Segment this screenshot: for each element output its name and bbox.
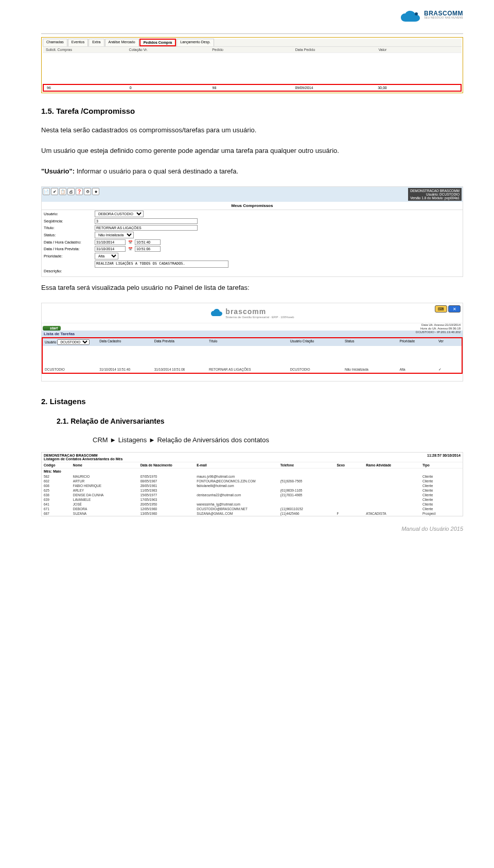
lbl-desc: Descrição: (44, 269, 93, 273)
tab-chamadas[interactable]: Chamadas (43, 39, 67, 46)
cell: 17/05/1963 (140, 498, 195, 501)
col-header: Tipo (422, 463, 461, 467)
list-header-left: DEMONSTRACAO BRASCOMM Listagem de Contat… (44, 454, 122, 461)
cell: 12/05/1980 (140, 507, 195, 511)
meta-last-date: Data Ult. Acesso:21/10/2014 (416, 323, 461, 327)
toolbar-btn-2[interactable]: ✔ (51, 188, 58, 195)
col-header: Telefone (280, 463, 335, 467)
crm-breadcrumb: CRM ► Listagens ► Relação de Aniversário… (93, 435, 463, 446)
svg-point-0 (415, 12, 418, 15)
cell (337, 484, 364, 488)
logo-tagline: SEU NEGÓCIO NAS NUVENS (424, 16, 463, 19)
cell: FABIO HENRIQUE (73, 484, 138, 488)
cell: 602 (44, 479, 71, 483)
cell: DENISE DA CUNHA (73, 493, 138, 497)
meta-last-time: Hora do Ult. Acesso:09:36:18 (416, 327, 461, 331)
cell: F (337, 512, 364, 515)
col-header: Código (44, 463, 71, 467)
list-row: 625ARLEY11/05/1983(61)9839-1165Cliente (42, 488, 463, 493)
panel-list-title: Lista de Tarefas (42, 331, 463, 337)
cell: ✓ (438, 368, 460, 372)
col-header: Nome (73, 463, 138, 467)
section-1-5-para1: Nesta tela serão cadastrados os compromi… (41, 125, 463, 136)
meta-ip: DCUSTODIO - IP:201.13.40.202 (416, 331, 461, 334)
list-timestamp: 11:28:57 30/10/2014 (427, 454, 461, 461)
tab-lan-amento-desp-[interactable]: Lançamento Desp. (177, 39, 214, 46)
inp-cad-date[interactable] (95, 239, 126, 245)
task-list-header: Usuário DCUSTODIOData CadastroData Previ… (43, 338, 462, 346)
lbl-cad: Data / Hora Cadastro: (44, 240, 93, 245)
toolbar-btn-4[interactable]: 🖨 (67, 188, 75, 195)
inp-prev-date[interactable] (95, 246, 126, 252)
calendar-icon[interactable]: 📅 (128, 247, 133, 252)
list-row: 671DEBORA12/05/1980DCUSTODIO@BRASCOMM.NE… (42, 507, 463, 511)
tab-pedidos-compra[interactable]: Pedidos Compra (139, 39, 177, 46)
section-2-title: 2. Listagens (41, 397, 463, 406)
list-row: 641JOSÉ20/05/1950wanessinha_lg@hotmail.c… (42, 502, 463, 507)
tab-extra[interactable]: Extra (89, 39, 104, 46)
cell: fabiolanelli@hotmail.com (197, 484, 278, 488)
section-1-5-para2: Um usuário que esteja definido como gere… (41, 145, 463, 157)
corp-name: DEMONSTRACAO BRASCOMM (410, 189, 460, 193)
toolbar-btn-5[interactable]: ❓ (76, 188, 83, 195)
list-row: 582MAURICIO07/05/1970mauro.jv98@hotmail.… (42, 474, 463, 479)
usuario-field-desc: "Usuário": Informar o usuário para o qua… (41, 166, 463, 177)
cell: (51)9268-7565 (280, 479, 335, 483)
cell: Cliente (422, 479, 461, 483)
cell: (11)4425466 (280, 512, 335, 515)
header-logo-area: BRASCOMM SEU NEGÓCIO NAS NUVENS (41, 10, 463, 26)
tab-an-lise-mercado[interactable]: Análise Mercado (105, 39, 139, 46)
lbl-titulo: Título: (44, 225, 93, 230)
toolbar-btn-7[interactable]: ★ (92, 188, 99, 195)
cell: Prospect (422, 512, 461, 515)
cell: 31/10/2014 10:51:06 (154, 368, 207, 372)
toolbar-btn-3[interactable]: 📋 (59, 188, 66, 195)
cloud-icon (210, 306, 223, 320)
close-icon[interactable]: ✕ (448, 305, 461, 313)
sel-status[interactable]: Não Inicializada (95, 232, 134, 238)
cell: Cliente (422, 489, 461, 492)
cell (337, 479, 364, 483)
col-header: Data Pedido (295, 48, 376, 51)
grid-empty-area (43, 53, 462, 84)
sel-usuario[interactable]: DEBORA CUSTODIO (95, 211, 144, 217)
inp-seq[interactable] (95, 218, 198, 224)
cell: Cliente (422, 493, 461, 497)
cell: (11)960110152 (280, 507, 335, 511)
cell: wanessinha_lg@hotmail.com (197, 502, 278, 506)
cell (337, 489, 364, 492)
cell (197, 498, 278, 501)
panel-brand-sub: Sistema de Gestão Empresarial · ERP · 10… (225, 316, 294, 319)
section-2-1-title: 2.1. Relação de Aniversariantes (57, 417, 463, 425)
cell (366, 475, 420, 478)
start-button[interactable]: start (43, 326, 61, 331)
col-header: Valor (378, 48, 458, 51)
brascomm-logo: BRASCOMM SEU NEGÓCIO NAS NUVENS (399, 10, 463, 25)
header-divider (41, 33, 463, 34)
cell (337, 493, 364, 497)
cell: 31/10/2014 10:51:40 (99, 368, 152, 372)
cell: FONTOURA@ECONOMICS.ZZN.COM (197, 479, 278, 483)
calendar-icon[interactable]: 📅 (128, 240, 133, 245)
screenshot-meus-compromissos: 📄 ✔ 📋 🖨 ❓ ⚙ ★ DEMONSTRACAO BRASCOMM Usuá… (41, 186, 463, 277)
sel-prio[interactable]: Alta (95, 253, 118, 259)
inp-prev-time[interactable] (135, 246, 161, 252)
tab-eventos[interactable]: Eventos (68, 39, 88, 46)
inp-titulo[interactable] (95, 225, 198, 231)
cell: 641 (44, 502, 71, 506)
cell: 11/05/1983 (140, 489, 195, 492)
keyboard-icon[interactable]: ⌨ (435, 305, 447, 313)
lbl-prev: Data / Hora Prevista: (44, 247, 93, 251)
toolbar-btn-1[interactable]: 📄 (43, 188, 50, 195)
cell (197, 489, 278, 492)
task-list-row: DCUSTODIO31/10/2014 10:51:4031/10/2014 1… (43, 367, 462, 373)
cell: 07/05/1970 (140, 475, 195, 478)
cell: ATACADISTA (366, 512, 420, 515)
sel-usuario-filter[interactable]: DCUSTODIO (57, 339, 90, 345)
cloud-icon (399, 10, 423, 25)
inp-cad-time[interactable] (135, 239, 161, 245)
txt-desc-inline[interactable]: REALIZAR LIGAÇÕES A TODOS OS CADASTRADOS… (95, 261, 228, 268)
cell: Cliente (422, 484, 461, 488)
after-form-text: Essa tarefa será visualizada pelo usuári… (41, 282, 463, 293)
toolbar-btn-6[interactable]: ⚙ (84, 188, 91, 195)
